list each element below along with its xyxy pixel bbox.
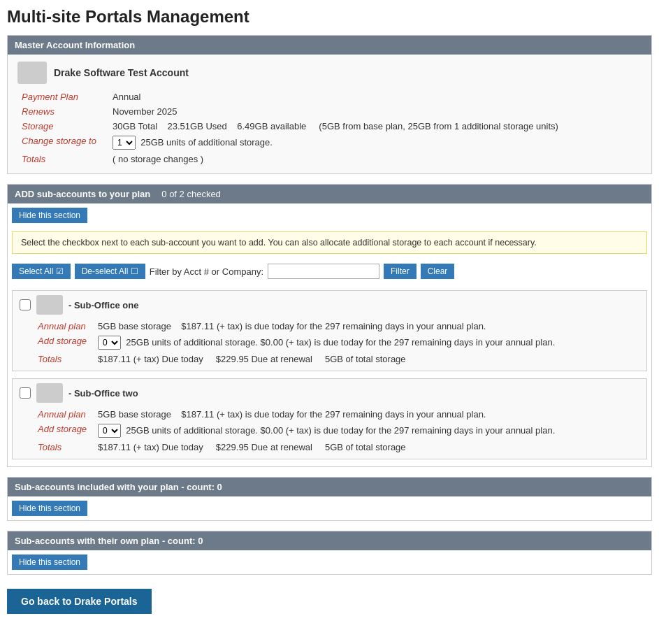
sub-account-2-annual-plan-value: 5GB base storage $187.11 (+ tax) is due … [92,407,646,422]
payment-plan-row: Payment Plan Annual [17,90,642,104]
sub-account-2-storage-dropdown[interactable]: 0 1 2 3 [98,424,121,438]
change-storage-row: Change storage to 0 1 2 3 4 5 25GB units… [17,134,642,152]
sub-account-2-add-storage-control: 0 1 2 3 25GB units of additional storage… [92,422,646,440]
master-account-section: Master Account Information Drake Softwar… [7,35,652,174]
totals-row: Totals ( no storage changes ) [17,152,642,166]
sub-accounts-included-section: Sub-accounts included with your plan - c… [7,477,652,521]
account-name-row: Drake Software Test Account [17,62,642,84]
sub-account-1-add-storage-label: Add storage [13,334,92,352]
filter-input[interactable] [268,264,379,279]
sub-account-1-storage-unit-label: 25GB units of additional storage. $0.00 … [124,337,556,348]
master-account-header: Master Account Information [8,36,651,55]
sub-account-2-annual-plan-label: Annual plan [13,407,92,422]
add-sub-accounts-label: ADD sub-accounts to your plan [15,189,150,199]
sub-account-2-totals-label: Totals [13,440,92,455]
sub-accounts-own-section: Sub-accounts with their own plan - count… [7,531,652,575]
sub-account-2-totals-row: Totals $187.11 (+ tax) Due today $229.95… [13,440,646,455]
sub-account-2-totals-value: $187.11 (+ tax) Due today $229.95 Due at… [92,440,646,455]
sub-account-card-1: - Sub-Office one Annual plan 5GB base st… [12,290,647,371]
sub-account-2-checkbox[interactable] [20,387,31,399]
sub-accounts-included-label: Sub-accounts included with your plan - c… [15,482,222,492]
sub-accounts-own-label: Sub-accounts with their own plan - count… [15,536,203,546]
sub-account-1-add-storage-control: 0 1 2 3 25GB units of additional storage… [92,334,646,352]
sub-account-2-annual-plan-row: Annual plan 5GB base storage $187.11 (+ … [13,407,646,422]
totals-label: Totals [17,152,108,166]
filter-label: Filter by Acct # or Company: [150,266,263,277]
sub-account-2-header: - Sub-Office two [13,379,646,407]
filter-row: Select All ☑ De-select All ☐ Filter by A… [8,261,651,286]
account-avatar [17,62,47,84]
sub-account-1-add-storage-row: Add storage 0 1 2 3 25GB units of additi… [13,334,646,352]
hide-add-sub-accounts-btn[interactable]: Hide this section [12,208,87,223]
sub-account-2-storage-unit-label: 25GB units of additional storage. $0.00 … [124,425,556,436]
sub-accounts-badge: 0 of 2 checked [161,189,221,199]
sub-account-1-annual-plan-label: Annual plan [13,319,92,334]
sub-accounts-own-header: Sub-accounts with their own plan - count… [8,531,651,550]
sub-account-1-totals-value: $187.11 (+ tax) Due today $229.95 Due at… [92,352,646,366]
payment-plan-label: Payment Plan [17,90,108,104]
sub-account-card-2: - Sub-Office two Annual plan 5GB base st… [12,378,647,459]
sub-account-1-totals-label: Totals [13,352,92,366]
change-storage-unit-label: 25GB units of additional storage. [138,137,273,148]
add-sub-accounts-header: ADD sub-accounts to your plan 0 of 2 che… [8,185,651,203]
hide-included-btn[interactable]: Hide this section [12,501,87,516]
sub-account-1-checkbox[interactable] [20,299,31,310]
master-info-table: Payment Plan Annual Renews November 2025… [17,90,642,166]
sub-account-1-storage-dropdown[interactable]: 0 1 2 3 [98,336,121,350]
totals-value: ( no storage changes ) [108,152,642,166]
footer: Go back to Drake Portals [7,585,652,614]
sub-account-1-totals-row: Totals $187.11 (+ tax) Due today $229.95… [13,352,646,366]
select-all-btn[interactable]: Select All ☑ [12,264,71,279]
sub-account-2-info: Annual plan 5GB base storage $187.11 (+ … [13,407,646,455]
payment-plan-value: Annual [108,90,642,104]
renews-row: Renews November 2025 [17,104,642,119]
hide-own-btn[interactable]: Hide this section [12,554,87,570]
master-account-header-label: Master Account Information [15,40,135,50]
account-name: Drake Software Test Account [54,67,189,78]
renews-label: Renews [17,104,108,119]
sub-account-1-avatar [36,295,63,315]
storage-value: 30GB Total 23.51GB Used 6.49GB available… [108,119,642,134]
sub-account-2-avatar [36,383,63,403]
clear-btn[interactable]: Clear [421,264,455,279]
add-sub-accounts-section: ADD sub-accounts to your plan 0 of 2 che… [7,184,652,467]
sub-account-2-add-storage-row: Add storage 0 1 2 3 25GB units of additi… [13,422,646,440]
change-storage-label: Change storage to [17,134,108,152]
sub-account-1-name: - Sub-Office one [68,300,138,310]
sub-account-1-info: Annual plan 5GB base storage $187.11 (+ … [13,319,646,366]
sub-accounts-included-header: Sub-accounts included with your plan - c… [8,478,651,496]
sub-account-1-annual-plan-row: Annual plan 5GB base storage $187.11 (+ … [13,319,646,334]
add-sub-accounts-body: Hide this section Select the checkbox ne… [8,203,651,459]
master-account-body: Drake Software Test Account Payment Plan… [8,55,651,173]
go-back-btn[interactable]: Go back to Drake Portals [7,589,152,614]
change-storage-dropdown[interactable]: 0 1 2 3 4 5 [113,136,136,150]
change-storage-control: 0 1 2 3 4 5 25GB units of additional sto… [108,134,642,152]
page-title: Multi-site Portals Management [7,7,652,27]
renews-value: November 2025 [108,104,642,119]
storage-row: Storage 30GB Total 23.51GB Used 6.49GB a… [17,119,642,134]
filter-btn[interactable]: Filter [384,264,417,279]
sub-account-1-annual-plan-value: 5GB base storage $187.11 (+ tax) is due … [92,319,646,334]
deselect-all-btn[interactable]: De-select All ☐ [75,264,145,279]
add-sub-accounts-info: Select the checkbox next to each sub-acc… [12,231,647,254]
sub-account-2-add-storage-label: Add storage [13,422,92,440]
sub-account-2-name: - Sub-Office two [68,388,138,399]
sub-account-1-header: - Sub-Office one [13,291,646,319]
storage-label: Storage [17,119,108,134]
